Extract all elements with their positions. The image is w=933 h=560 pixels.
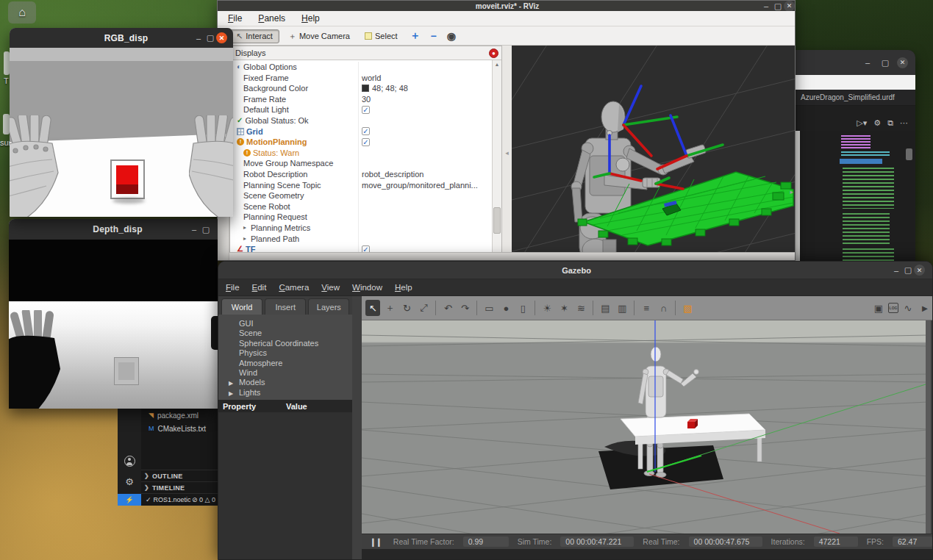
gazebo-tree-item-gui[interactable]: GUI: [229, 319, 352, 329]
gazebo-tree-item-atmosphere[interactable]: Atmosphere: [229, 359, 352, 368]
gazebo-tab-insert[interactable]: Insert: [265, 298, 306, 315]
rviz-menu-panels[interactable]: Panels: [258, 13, 285, 24]
displays-row[interactable]: Fixed Frameworld: [230, 73, 492, 84]
displays-row[interactable]: Default Light✓: [230, 104, 492, 115]
display-property-value[interactable]: 30: [362, 94, 371, 105]
rgb-disp-minimize-button[interactable]: –: [193, 32, 204, 44]
displays-row[interactable]: ▸Planning Metrics: [230, 223, 492, 234]
depth-disp-titlebar[interactable]: Depth_disp – ▢: [9, 219, 218, 240]
collapse-panel-arrow-icon[interactable]: ◂: [505, 149, 509, 157]
viewport-scrollbar[interactable]: [926, 320, 931, 534]
display-property-value[interactable]: robot_description: [362, 169, 423, 180]
account-icon[interactable]: [124, 456, 135, 467]
rviz-3d-view[interactable]: ▸: [512, 46, 795, 260]
expand-arrow-icon[interactable]: ▶: [229, 378, 239, 388]
displays-row[interactable]: ▸Planned Path: [230, 234, 492, 245]
screenshot-button-icon[interactable]: ▣: [871, 300, 886, 316]
displays-panel-header[interactable]: Displays ●: [230, 46, 501, 60]
rviz-menu-file[interactable]: File: [228, 13, 242, 24]
gazebo-property-table[interactable]: [218, 412, 352, 559]
section-timeline[interactable]: ❯TIMELINE: [141, 482, 218, 494]
vscode-right-minimize-button[interactable]: –: [862, 57, 873, 68]
gazebo-titlebar[interactable]: Gazebo – ▢ ✕: [218, 262, 932, 279]
snap-tool-icon[interactable]: ∩: [656, 300, 671, 316]
rviz-minimize-button[interactable]: –: [760, 0, 772, 12]
translate-tool-icon[interactable]: ＋: [382, 300, 397, 316]
spot-light-tool-icon[interactable]: ✶: [557, 300, 571, 316]
displays-row[interactable]: !MotionPlanning✓: [230, 137, 492, 148]
settings-gear-icon[interactable]: ⚙: [125, 477, 134, 487]
rviz-menu-help[interactable]: Help: [301, 13, 320, 24]
displays-row[interactable]: Planning Scene Topicmove_group/monitored…: [230, 180, 492, 191]
rviz-titlebar[interactable]: moveit.rviz* - RViz – ▢ ✕: [218, 1, 795, 11]
select-tool-icon[interactable]: ↖: [365, 300, 380, 316]
vscode-right-editor[interactable]: [796, 131, 915, 266]
split-editor-icon[interactable]: ⧉: [887, 118, 893, 128]
expand-arrow-icon[interactable]: ▸: [243, 223, 249, 234]
pause-button[interactable]: ❙❙: [369, 537, 381, 547]
displays-row[interactable]: Frame Rate30: [230, 94, 492, 105]
displays-scrollbar[interactable]: ▲ ▼: [492, 60, 501, 259]
gazebo-tree-item-spherical-coordinates[interactable]: Spherical Coordinates: [229, 339, 352, 348]
displays-row[interactable]: !Status: Warn: [230, 148, 492, 159]
editor-tab-urdf[interactable]: AzureDragon_Simplified.urdf: [801, 93, 895, 101]
rviz-close-button[interactable]: ✕: [784, 1, 795, 12]
select-tool-button[interactable]: Select: [359, 30, 404, 42]
log-record-button-icon[interactable]: LOG: [888, 303, 898, 313]
insert-model-tool-icon[interactable]: ▧: [680, 300, 695, 316]
gazebo-menu-file[interactable]: File: [226, 283, 240, 292]
align-tool-icon[interactable]: ≡: [639, 300, 654, 316]
rgb-disp-titlebar[interactable]: RGB_disp – ▢ ✕: [10, 28, 233, 48]
undo-button-icon[interactable]: ↶: [440, 300, 455, 316]
copy-button-icon[interactable]: ▤: [598, 300, 612, 316]
displays-row[interactable]: Grid✓: [230, 126, 492, 137]
gazebo-maximize-button[interactable]: ▢: [902, 265, 914, 276]
plot-button-icon[interactable]: ∿: [901, 300, 915, 316]
redo-button-icon[interactable]: ↷: [457, 300, 472, 316]
expand-arrow-icon[interactable]: ▶: [229, 389, 239, 398]
depth-disp-minimize-button[interactable]: –: [188, 223, 200, 235]
directional-light-tool-icon[interactable]: ≋: [573, 300, 588, 316]
partial-desktop-icon[interactable]: [4, 51, 10, 75]
gazebo-tree-item-wind[interactable]: Wind: [229, 368, 352, 378]
remote-indicator[interactable]: ⚡: [118, 494, 141, 506]
rviz-panel-splitter[interactable]: ◂: [502, 46, 512, 260]
gazebo-tab-world[interactable]: World: [221, 298, 262, 315]
gazebo-menu-edit[interactable]: Edit: [252, 283, 267, 292]
display-property-value[interactable]: move_group/monitored_planni...: [362, 180, 478, 191]
rgb-disp-maximize-button[interactable]: ▢: [204, 32, 216, 44]
gazebo-close-button[interactable]: ✕: [914, 265, 925, 276]
gazebo-3d-viewport[interactable]: [362, 320, 932, 534]
cylinder-shape-tool-icon[interactable]: ▯: [515, 300, 530, 316]
settings-gear-icon[interactable]: ⚙: [873, 118, 881, 128]
scale-tool-icon[interactable]: ⤢: [416, 300, 431, 316]
gazebo-tree-item-models[interactable]: ▶Models: [229, 378, 352, 387]
gazebo-tree-item-scene[interactable]: Scene: [229, 329, 352, 338]
focus-camera-button[interactable]: ◉: [443, 30, 460, 42]
scroll-up-arrow-icon[interactable]: ▲: [493, 62, 501, 67]
section-outline[interactable]: ❯OUTLINE: [141, 470, 218, 482]
move-camera-tool-button[interactable]: ＋Move Camera: [282, 29, 356, 43]
sphere-shape-tool-icon[interactable]: ●: [498, 300, 513, 316]
expand-panel-arrow-icon[interactable]: ▸: [790, 188, 793, 195]
gazebo-menu-view[interactable]: View: [321, 283, 340, 292]
gazebo-menu-camera[interactable]: Camera: [279, 283, 309, 292]
point-light-tool-icon[interactable]: ☀: [540, 300, 554, 316]
displays-row[interactable]: ✓Global Status: Ok: [230, 115, 492, 126]
depth-disp-maximize-button[interactable]: ▢: [200, 223, 212, 235]
file-item-cmakelists-txt[interactable]: MCMakeLists.txt: [141, 422, 218, 435]
enabled-checkbox[interactable]: ✓: [362, 138, 370, 146]
displays-row[interactable]: Move Group Namespace: [230, 158, 492, 169]
displays-row[interactable]: Planning Request: [230, 212, 492, 223]
displays-panel-close-button[interactable]: ●: [489, 49, 498, 58]
rviz-maximize-button[interactable]: ▢: [772, 0, 784, 12]
box-shape-tool-icon[interactable]: ▭: [482, 300, 496, 316]
add-tool-button[interactable]: ＋: [407, 29, 424, 43]
gazebo-tab-layers[interactable]: Layers: [308, 298, 349, 315]
gazebo-tree-item-lights[interactable]: ▶Lights: [229, 388, 352, 398]
gazebo-menu-window[interactable]: Window: [352, 283, 382, 292]
editor-scrollbar-thumb[interactable]: [906, 148, 912, 160]
video-record-button-icon[interactable]: ►: [918, 300, 932, 316]
partial-desktop-icon-2[interactable]: [3, 114, 10, 134]
vscode-right-maximize-button[interactable]: ▢: [879, 57, 891, 68]
